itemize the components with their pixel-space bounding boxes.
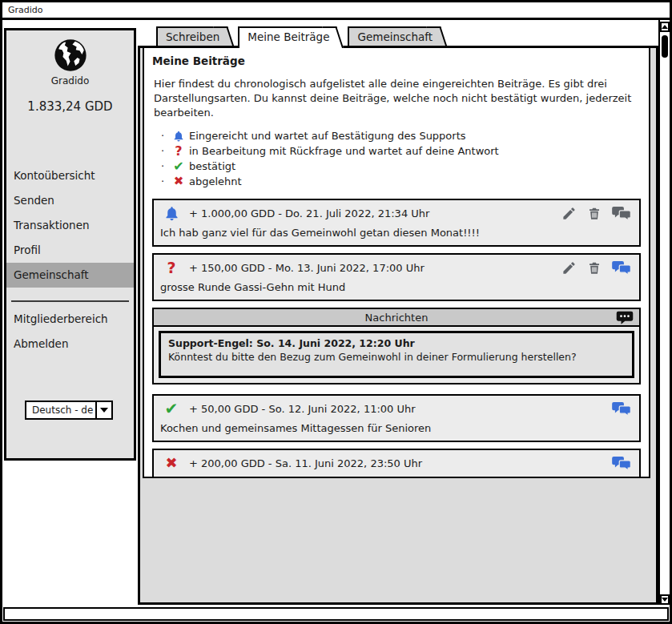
contribution-entry: ✖ + 200,00 GDD - Sa. 11. Juni 2022, 23:5… [152, 449, 641, 478]
cross-icon: ✖ [160, 456, 183, 470]
chat-icon[interactable] [612, 456, 631, 471]
chat-icon[interactable] [612, 206, 631, 221]
entry-title: + 150,00 GDD - Mo. 13. Juni 2022, 17:00 … [189, 262, 425, 274]
entry-description: grosse Runde Gassi-Gehn mit Hund [154, 279, 639, 300]
tab-label: Schreiben [166, 30, 219, 43]
bullet: · [157, 130, 168, 142]
sidebar-item-gemeinschaft[interactable]: Gemeinschaft [6, 263, 134, 288]
horizontal-scrollbar[interactable] [3, 607, 669, 621]
window-titlebar: Gradido [2, 2, 670, 20]
page-title: Meine Beiträge [152, 54, 641, 67]
tab-gemeinschaft[interactable]: Gemeinschaft [348, 26, 437, 46]
vertical-scrollbar[interactable] [658, 20, 670, 605]
language-select-value: Deutsch - de [26, 402, 95, 418]
entry-description: Taxi-Dienst für Nachtschwärmer [154, 474, 639, 478]
scroll-up-button[interactable] [660, 22, 670, 32]
entry-description: Ich hab ganz viel für das Gemeinwohl get… [154, 224, 639, 245]
bullet: · [157, 175, 168, 187]
cross-icon: ✖ [168, 175, 189, 187]
message-card: Support-Engel: So. 14. Juni 2022, 12:20 … [159, 331, 634, 378]
status-legend: · Eingereicht und wartet auf Bestätigung… [157, 128, 641, 189]
tab-bar: Schreiben Meine Beiträge Gemeinschaft [156, 26, 451, 48]
balance-amount: 1.833,24 GDD [6, 99, 134, 114]
legend-text: bestätigt [189, 160, 235, 172]
tab-schreiben[interactable]: Schreiben [156, 26, 224, 46]
legend-text: abgelehnt [189, 175, 242, 187]
chat-icon[interactable] [612, 260, 631, 276]
sidebar-item-transaktionen[interactable]: Transaktionen [6, 213, 134, 238]
sidebar-item-kontouebersicht[interactable]: Kontoübersicht [6, 163, 134, 188]
legend-item: · ✖ abgelehnt [157, 174, 641, 189]
language-select-arrow-button[interactable] [95, 402, 111, 418]
logo-label: Gradido [6, 75, 134, 87]
bullet: · [157, 145, 168, 157]
messages-header[interactable]: Nachrichten [154, 309, 639, 327]
sidebar-item-mitgliederbereich[interactable]: Mitgliederbereich [6, 307, 134, 332]
intro-text: Hier findest du chronologisch aufgeliste… [154, 77, 636, 120]
tab-label: Meine Beiträge [247, 30, 329, 43]
legend-text: in Bearbeitung mit Rückfrage und wartet … [189, 145, 499, 157]
check-icon: ✔ [168, 160, 189, 173]
check-icon: ✔ [160, 401, 183, 417]
scroll-down-button[interactable] [660, 594, 670, 605]
window-title: Gradido [8, 5, 43, 15]
arrow-down-icon [662, 598, 668, 602]
delete-icon[interactable] [587, 260, 602, 276]
entry-title: + 50,00 GDD - So. 12. Juni 2022, 11:00 U… [189, 403, 416, 415]
sidebar-item-senden[interactable]: Senden [6, 188, 134, 213]
bullet: · [157, 160, 168, 172]
globe-logo-icon [6, 37, 134, 74]
contribution-entry: + 1.000,00 GDD - Do. 21. Juli 2022, 21:3… [152, 199, 641, 247]
delete-icon[interactable] [587, 206, 602, 221]
content-card: Meine Beiträge Hier findest du chronolog… [143, 48, 650, 478]
chat-icon[interactable] [612, 401, 631, 417]
app-window: Gradido Gradido 1.833,24 GDD Kontoübersi… [0, 0, 672, 624]
bell-icon [168, 130, 189, 143]
language-select[interactable]: Deutsch - de [25, 401, 113, 420]
sidebar-item-abmelden[interactable]: Abmelden [6, 332, 134, 356]
content-panel: Meine Beiträge Hier findest du chronolog… [138, 46, 658, 605]
question-icon: ? [168, 145, 189, 158]
legend-text: Eingereicht und wartet auf Bestätigung d… [189, 130, 466, 142]
messages-section: Nachrichten Support-Engel: So. 14. Juni … [152, 308, 641, 384]
legend-item: · Eingereicht und wartet auf Bestätigung… [157, 128, 641, 143]
sidebar-divider [11, 300, 129, 302]
chat-bubble-icon [616, 311, 634, 325]
entry-title: + 1.000,00 GDD - Do. 21. Juli 2022, 21:3… [189, 207, 429, 219]
scrollbar-thumb[interactable] [662, 35, 668, 58]
edit-icon[interactable] [561, 260, 577, 276]
entry-description: Kochen und gemeinsames Mittagessen für S… [154, 420, 639, 441]
sidebar-menu: Kontoübersicht Senden Transaktionen Prof… [6, 163, 134, 288]
tab-meine-beitraege[interactable]: Meine Beiträge [238, 26, 334, 48]
messages-body: Support-Engel: So. 14. Juni 2022, 12:20 … [154, 327, 639, 383]
sidebar-item-profil[interactable]: Profil [6, 238, 134, 263]
contribution-entry: ? + 150,00 GDD - Mo. 13. Juni 2022, 17:0… [152, 253, 641, 301]
edit-icon[interactable] [561, 206, 577, 221]
bell-icon [160, 205, 183, 222]
contribution-entry: ✔ + 50,00 GDD - So. 12. Juni 2022, 11:00… [152, 394, 641, 442]
message-text: Könntest du bitte den Bezug zum Gemeinwo… [168, 350, 625, 364]
tab-label: Gemeinschaft [357, 30, 433, 43]
legend-item: · ✔ bestätigt [157, 159, 641, 174]
messages-title: Nachrichten [365, 312, 429, 324]
entry-title: + 200,00 GDD - Sa. 11. Juni 2022, 23:50 … [189, 457, 422, 469]
message-author-date: Support-Engel: So. 14. Juni 2022, 12:20 … [168, 336, 625, 350]
chevron-down-icon [100, 408, 108, 413]
arrow-up-icon [662, 25, 668, 29]
sidebar: Gradido 1.833,24 GDD Kontoübersicht Send… [4, 28, 136, 461]
legend-item: · ? in Bearbeitung mit Rückfrage und war… [157, 143, 641, 159]
question-icon: ? [160, 260, 183, 276]
